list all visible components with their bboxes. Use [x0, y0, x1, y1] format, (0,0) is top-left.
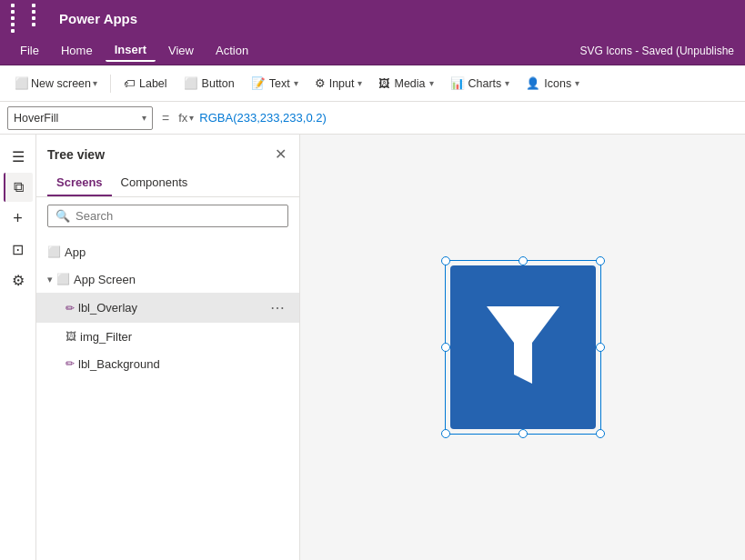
input-icon: ⚙ — [315, 76, 326, 90]
handle-tr[interactable] — [596, 256, 605, 265]
text-icon: 📝 — [251, 76, 266, 90]
img-filter-label: img_Filter — [80, 330, 288, 344]
tree-close-button[interactable]: ✕ — [273, 144, 288, 165]
handle-ml[interactable] — [441, 343, 450, 352]
property-dropdown[interactable]: HoverFill ▾ — [7, 106, 153, 130]
text-button[interactable]: 📝 Text ▾ — [244, 73, 306, 94]
tree-search-area: 🔍 — [36, 197, 299, 235]
menu-action[interactable]: Action — [206, 40, 257, 61]
title-bar: Power Apps — [0, 0, 745, 36]
icons-button[interactable]: 👤 Icons ▾ — [518, 73, 587, 94]
svg-marker-0 — [487, 306, 559, 384]
search-box[interactable]: 🔍 — [47, 205, 288, 227]
tree-panel: Tree view ✕ Screens Components 🔍 ⬜ App ▾… — [36, 135, 300, 560]
filter-svg — [478, 293, 569, 402]
formula-value[interactable]: RGBA(233,233,233,0.2) — [199, 111, 738, 125]
lbl-background-label: lbl_Background — [78, 357, 288, 371]
property-chevron: ▾ — [142, 113, 146, 123]
divider-1 — [110, 75, 111, 93]
fx-chevron: ▾ — [189, 113, 194, 123]
main-layout: ☰ ⧉ + ⊡ ⚙ Tree view ✕ Screens Components… — [0, 135, 745, 560]
sidebar-add[interactable]: + — [4, 204, 33, 233]
media-chevron: ▾ — [429, 78, 434, 88]
toolbar: ⬜ New screen ▾ 🏷 Label ⬜ Button 📝 Text ▾… — [0, 65, 745, 102]
charts-chevron: ▾ — [505, 78, 509, 88]
search-input[interactable] — [76, 209, 280, 223]
formula-bar: HoverFill ▾ = fx ▾ RGBA(233,233,233,0.2) — [0, 102, 745, 135]
button-icon: ⬜ — [184, 76, 198, 90]
equals-sign: = — [158, 111, 173, 125]
appscreen-item-icon: ⬜ — [56, 273, 70, 285]
handle-tc[interactable] — [518, 256, 528, 265]
media-button[interactable]: 🖼 Media ▾ — [371, 74, 440, 94]
tree-content: ⬜ App ▾ ⬜ App Screen ✏ lbl_Overlay ⋯ 🖼 i… — [36, 235, 299, 560]
tree-item-appscreen[interactable]: ▾ ⬜ App Screen — [36, 265, 299, 293]
media-icon: 🖼 — [378, 77, 390, 90]
handle-mr[interactable] — [596, 343, 605, 352]
fx-label: fx — [178, 111, 187, 125]
tab-components[interactable]: Components — [112, 170, 197, 196]
filter-icon-container — [450, 265, 596, 429]
app-grid-icon — [11, 4, 50, 33]
tab-screens[interactable]: Screens — [47, 170, 112, 196]
canvas-inner — [300, 135, 745, 560]
lbl-overlay-label: lbl_Overlay — [78, 301, 263, 315]
handle-bl[interactable] — [441, 429, 450, 438]
handle-br[interactable] — [596, 429, 605, 438]
fx-button[interactable]: fx ▾ — [178, 111, 194, 125]
sidebar-screens[interactable]: ⊡ — [4, 235, 33, 264]
label-button[interactable]: 🏷 Label — [116, 74, 175, 94]
label-icon: 🏷 — [124, 77, 136, 90]
sidebar-layers[interactable]: ⧉ — [4, 173, 33, 202]
tree-item-lbl-background[interactable]: ✏ lbl_Background — [36, 350, 299, 377]
icons-icon: 👤 — [526, 76, 540, 90]
appscreen-expand-icon: ▾ — [47, 274, 53, 285]
new-screen-icon: ⬜ — [15, 76, 29, 90]
lbl-overlay-icon: ✏ — [65, 302, 75, 315]
new-screen-chevron: ▾ — [93, 78, 97, 88]
app-item-label: App — [65, 245, 288, 259]
tree-tabs: Screens Components — [36, 170, 299, 197]
canvas-element-filter[interactable] — [450, 265, 596, 429]
handle-bc[interactable] — [518, 429, 528, 438]
sidebar-variables[interactable]: ⚙ — [4, 265, 33, 295]
tree-item-img-filter[interactable]: 🖼 img_Filter — [36, 323, 299, 350]
img-filter-icon: 🖼 — [65, 330, 76, 343]
text-chevron: ▾ — [294, 78, 298, 88]
canvas-area[interactable] — [300, 135, 745, 560]
app-item-icon: ⬜ — [47, 245, 61, 258]
tree-item-lbl-overlay[interactable]: ✏ lbl_Overlay ⋯ — [36, 293, 299, 323]
lbl-overlay-more-button[interactable]: ⋯ — [267, 297, 288, 318]
charts-icon: 📊 — [450, 76, 465, 90]
menu-insert[interactable]: Insert — [106, 39, 156, 62]
sidebar-hamburger[interactable]: ☰ — [4, 142, 33, 171]
handle-tl[interactable] — [441, 256, 450, 265]
icons-chevron: ▾ — [575, 78, 579, 88]
menu-file[interactable]: File — [11, 40, 48, 61]
charts-button[interactable]: 📊 Charts ▾ — [443, 73, 518, 94]
app-title: Power Apps — [59, 11, 137, 26]
search-icon: 🔍 — [55, 209, 70, 223]
menu-bar: File Home Insert View Action SVG Icons -… — [0, 36, 745, 65]
input-button[interactable]: ⚙ Input ▾ — [307, 73, 370, 94]
lbl-background-icon: ✏ — [65, 357, 75, 370]
saved-status: SVG Icons - Saved (Unpublishe — [580, 45, 734, 57]
tree-header: Tree view ✕ — [36, 135, 299, 170]
input-chevron: ▾ — [357, 78, 362, 88]
appscreen-item-label: App Screen — [74, 273, 288, 286]
tree-item-app[interactable]: ⬜ App — [36, 238, 299, 265]
menu-view[interactable]: View — [159, 40, 203, 61]
new-screen-button[interactable]: ⬜ New screen ▾ — [7, 73, 105, 94]
left-sidebar: ☰ ⧉ + ⊡ ⚙ — [0, 135, 36, 560]
button-button[interactable]: ⬜ Button — [176, 73, 242, 94]
tree-title: Tree view — [47, 147, 105, 162]
menu-home[interactable]: Home — [52, 40, 102, 61]
